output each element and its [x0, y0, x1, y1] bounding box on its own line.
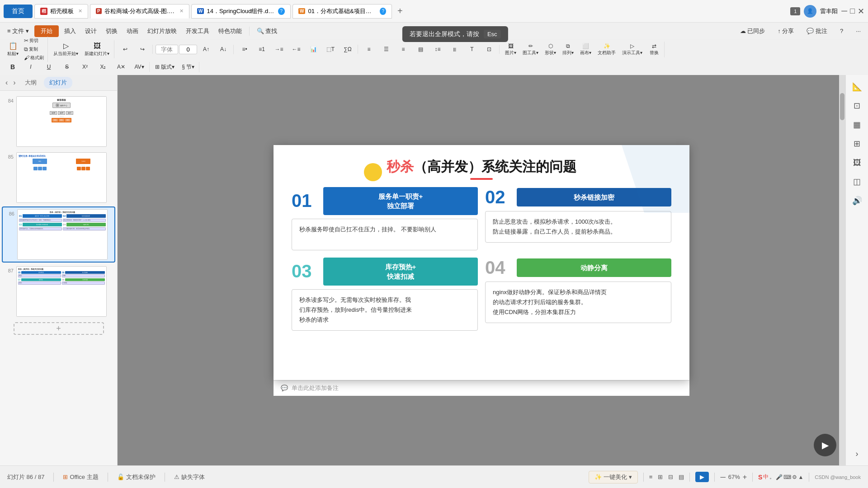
menu-transition[interactable]: 切换 — [102, 25, 121, 37]
strikethrough-button[interactable]: S — [59, 62, 75, 71]
copy-button[interactable]: ⧉复制 — [22, 45, 46, 53]
text-indent-button[interactable]: ⊡ — [481, 45, 497, 54]
clear-format-button[interactable]: A✕ — [113, 62, 129, 71]
menu-animation[interactable]: 动画 — [123, 25, 142, 37]
slide-item-84[interactable]: 84 稼落模板 ⚙ 服务中心 ↓ 服务A 服务B — [2, 94, 115, 149]
menu-insert[interactable]: 插入 — [61, 25, 80, 37]
indent-increase-button[interactable]: →≡ — [271, 45, 287, 54]
status-doc-protection[interactable]: 🔓 文档未保护 — [117, 473, 156, 481]
play-button-status[interactable]: ▶ — [695, 472, 709, 482]
zoom-out-button[interactable]: ─ — [720, 473, 725, 481]
user-avatar[interactable]: 👤 — [804, 5, 816, 18]
menu-file[interactable]: ≡ 文件 ▾ — [4, 25, 33, 37]
underline-button[interactable]: U — [41, 62, 57, 71]
cut-button[interactable]: ✂剪切 — [22, 37, 46, 45]
status-theme[interactable]: ⊞ Office 主题 — [63, 473, 98, 481]
right-panel-btn-2[interactable]: ⊡ — [849, 98, 865, 114]
font-increase-button[interactable]: A↑ — [198, 45, 214, 54]
align-right-button[interactable]: ≡ — [395, 45, 411, 54]
beautify-button[interactable]: ✨ 一键美化 ▾ — [589, 471, 638, 483]
menu-slideshow[interactable]: 幻灯片放映 — [144, 25, 180, 37]
column-button[interactable]: ⫼ — [447, 45, 463, 54]
tab-word[interactable]: W 14．SpringCloud组件.docx ? — [191, 4, 291, 19]
minimize-button[interactable]: ─ — [841, 6, 847, 16]
subscript-button[interactable]: X₂ — [95, 62, 111, 71]
canvas-button[interactable]: ⬜ 画布▾ — [577, 42, 594, 57]
right-panel-btn-7[interactable]: 🔊 — [849, 192, 865, 209]
sync-btn[interactable]: ☁ 已同步 — [736, 25, 769, 37]
align-left-button[interactable]: ≡ — [361, 45, 377, 54]
right-panel-collapse[interactable]: › — [849, 446, 865, 462]
menu-start[interactable]: 开始 — [34, 25, 59, 37]
arrange-button[interactable]: ⧉ 排列▾ — [560, 42, 576, 57]
layout-button[interactable]: ⊞ 版式▾ — [152, 62, 177, 72]
line-spacing-button[interactable]: ↕≡ — [429, 45, 446, 54]
redo-button[interactable]: ↪ — [134, 45, 151, 54]
tab-add-button[interactable]: + — [394, 6, 406, 16]
text-direction-button[interactable]: ⬚T — [322, 45, 339, 54]
format-painter-button[interactable]: 🖌格式刷 — [22, 54, 46, 62]
tab-slides[interactable]: 幻灯片 — [44, 77, 72, 89]
vertical-scrollbar[interactable] — [839, 75, 845, 465]
tab-close-template[interactable]: ✕ — [78, 8, 82, 14]
slide-item-86[interactable]: 86 秒杀（高并发）系统关注的问题 01 服务单一职责+独立部署 02 秒杀链接… — [2, 206, 115, 263]
text-box-button[interactable]: T — [464, 45, 480, 54]
font-decrease-button[interactable]: A↓ — [215, 45, 231, 54]
view-outline-button[interactable]: ⊟ — [668, 474, 673, 480]
panel-nav-left[interactable]: ‹ — [4, 78, 9, 88]
tab-distributed[interactable]: W 01．分布式基础&项目环境搭建 ? — [292, 4, 392, 19]
restore-button[interactable]: □ — [850, 6, 855, 16]
italic-button[interactable]: I — [23, 62, 39, 71]
undo-button[interactable]: ↩ — [117, 45, 133, 54]
play-slideshow-button[interactable]: ▶ — [814, 434, 836, 456]
review-btn[interactable]: 💬 批注 — [803, 25, 831, 37]
slide-item-87[interactable]: 87 秒杀（高并发）系统关注的问题 05 库存限流 限流... — [2, 264, 115, 319]
picture-button[interactable]: 🖼 图片▾ — [502, 42, 519, 57]
paste-button[interactable]: 📋 粘贴▾ — [5, 40, 21, 58]
tab-home[interactable]: 首页 — [4, 5, 33, 18]
help-btn[interactable]: ? — [836, 26, 847, 36]
add-slide-button[interactable]: + — [14, 322, 104, 335]
tab-outline[interactable]: 大纲 — [19, 77, 42, 89]
replace-button[interactable]: ⇄ 替换 — [646, 42, 662, 57]
slide-canvas[interactable]: 秒杀（高并发）系统关注的问题 01 服务单一职责+独立部署 秒杀服务即使自己扛不… — [274, 145, 689, 380]
bold-button[interactable]: B — [5, 62, 21, 72]
justify-button[interactable]: ▤ — [412, 45, 429, 54]
align-center-button[interactable]: ☰ — [378, 45, 394, 54]
view-grid-button[interactable]: ⊞ — [658, 474, 663, 480]
right-panel-btn-3[interactable]: ▦ — [849, 117, 865, 133]
numbering-button[interactable]: ≡1 — [254, 45, 270, 54]
right-panel-btn-5[interactable]: 🖼 — [849, 155, 865, 171]
tab-close-ppt[interactable]: ✕ — [179, 8, 184, 14]
presentation-button[interactable]: ▷ 演示工具▾ — [619, 42, 645, 57]
right-panel-btn-4[interactable]: ⊞ — [849, 136, 865, 152]
new-slide-button[interactable]: 🖼 新建幻灯片▾ — [82, 41, 112, 58]
slide-item-85[interactable]: 85 望时任务-单机&分布式对比 单机 ↓ ↓ ↓ — [2, 150, 115, 205]
menu-design[interactable]: 设计 — [81, 25, 100, 37]
share-btn[interactable]: ↑ 分享 — [774, 25, 797, 37]
panel-nav-right[interactable]: › — [11, 78, 17, 88]
status-missing-font[interactable]: ⚠ 缺失字体 — [174, 473, 205, 481]
special-chars-button[interactable]: ∑Ω — [340, 45, 356, 54]
view-normal-button[interactable]: ≡ — [649, 474, 653, 480]
close-button[interactable]: ✕ — [858, 6, 864, 16]
menu-features[interactable]: 特色功能 — [215, 25, 245, 37]
search-btn[interactable]: 🔍 查找 — [253, 25, 281, 37]
menu-devtools[interactable]: 开发工具 — [182, 25, 213, 37]
ai-assist-button[interactable]: ✨ 文档助手 — [595, 42, 618, 57]
char-spacing-button[interactable]: AV▾ — [131, 62, 147, 71]
right-panel-btn-1[interactable]: 📐 — [849, 79, 865, 95]
shape-button[interactable]: ⬡ 形状▾ — [542, 42, 559, 57]
view-presenter-button[interactable]: ▤ — [679, 474, 684, 480]
chart-button[interactable]: 📊 — [305, 45, 321, 54]
tab-ppt-active[interactable]: P 谷粒商城-分布式高级-图.pptx ✕ — [90, 4, 189, 19]
zoom-in-button[interactable]: + — [743, 473, 747, 481]
section-button[interactable]: § 节▾ — [179, 62, 197, 72]
scrollbar-thumb[interactable] — [840, 93, 844, 120]
superscript-button[interactable]: X² — [77, 62, 93, 71]
tab-wps-template[interactable]: 稻 稻壳模板 ✕ — [34, 4, 88, 19]
font-size-input[interactable] — [179, 45, 197, 54]
indent-decrease-button[interactable]: ←≡ — [288, 45, 304, 54]
font-family-input[interactable] — [156, 45, 178, 54]
pictools-button[interactable]: ✏ 图工具▾ — [520, 42, 541, 57]
